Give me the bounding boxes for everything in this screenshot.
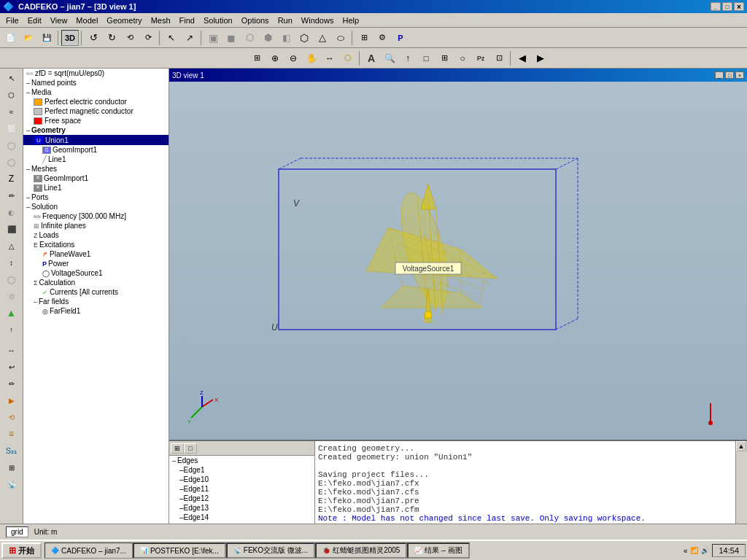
- taskbar-cadfeko[interactable]: 🔷 CADFEKO – jian7...: [44, 542, 133, 559]
- rect-tool[interactable]: □: [417, 50, 435, 66]
- menu-model[interactable]: Model: [71, 15, 102, 26]
- viewport[interactable]: 3D view 1 _ □ × V U: [169, 69, 747, 440]
- console-scroll-up[interactable]: ▲: [736, 441, 746, 451]
- menu-mesh[interactable]: Mesh: [147, 15, 175, 26]
- vtool-23[interactable]: S₂₁: [3, 443, 20, 459]
- lower-panel-btn2[interactable]: □: [184, 443, 197, 454]
- vtool-20[interactable]: ▶: [3, 392, 20, 408]
- tree-item-geomimport1-mesh[interactable]: ✕ GeomImport1: [23, 174, 169, 183]
- tree-item-line1-geom[interactable]: ╱ Line1: [23, 155, 169, 164]
- lens-button[interactable]: 🔍: [381, 50, 398, 66]
- vtool-2[interactable]: ⬡: [3, 87, 20, 103]
- lower-tree-edge13[interactable]: –Edge13: [169, 503, 314, 513]
- vtool-7[interactable]: Z: [3, 171, 20, 187]
- redo-button[interactable]: ↻: [103, 30, 120, 46]
- vtool-12[interactable]: ↕: [3, 254, 20, 271]
- taskbar-postfeko[interactable]: 📊 POSTFEKO [E:\fek...: [133, 542, 226, 559]
- vtool-19[interactable]: ✏: [3, 376, 20, 392]
- tree-item-geomimport1[interactable]: G GeomImport1: [23, 145, 169, 155]
- select-button[interactable]: ↖: [163, 30, 180, 46]
- tree-item-frequency[interactable]: ≈≈ Frequency [300.000 MHz]: [23, 211, 169, 221]
- vtool-6[interactable]: ◯: [3, 154, 20, 170]
- fwd-button[interactable]: ▶: [532, 50, 549, 66]
- tree-item-freespace[interactable]: Free space: [23, 116, 169, 125]
- tree-item-meshes[interactable]: – Meshes: [23, 164, 169, 174]
- zoom-out[interactable]: ⊖: [285, 50, 302, 66]
- menu-windows[interactable]: Windows: [297, 15, 338, 26]
- tree-item-loads[interactable]: Z Loads: [23, 230, 169, 240]
- 3d-view-button[interactable]: 3D: [61, 30, 79, 46]
- vtool-24[interactable]: ⊞: [3, 459, 20, 475]
- back-button[interactable]: ◀: [514, 50, 531, 66]
- tree-item-planewave1[interactable]: ↱ PlaneWave1: [23, 249, 169, 259]
- lower-tree-edge10[interactable]: –Edge10: [169, 475, 314, 484]
- tree-item-power[interactable]: P Power: [23, 259, 169, 268]
- taskbar-result[interactable]: 📈 结果 – 画图: [407, 542, 469, 559]
- rotate[interactable]: ↔: [321, 50, 338, 66]
- minimize-button[interactable]: _: [711, 2, 721, 11]
- restore-button[interactable]: □: [722, 2, 732, 11]
- tree-item-calculation[interactable]: Σ Calculation: [23, 278, 169, 287]
- start-button[interactable]: ⊞ 开始: [1, 542, 42, 559]
- new-button[interactable]: 📄: [1, 30, 19, 46]
- grid-button[interactable]: ⊞: [355, 30, 373, 46]
- lower-tree-edges[interactable]: – Edges: [169, 456, 314, 465]
- settings-button[interactable]: ⚙: [374, 30, 391, 46]
- lower-tree-edge12[interactable]: –Edge12: [169, 494, 314, 503]
- circle-tool[interactable]: ○: [454, 50, 471, 66]
- taskbar-feko[interactable]: 📡 FEKO交流版 微波...: [226, 542, 315, 559]
- menu-run[interactable]: Run: [274, 15, 297, 26]
- tree-item-pec[interactable]: Perfect electric conductor: [23, 97, 169, 106]
- mdi-max[interactable]: □: [725, 71, 734, 79]
- vtool-25[interactable]: 📡: [3, 476, 20, 492]
- vtool-8[interactable]: ✏: [3, 187, 20, 203]
- vtool-10[interactable]: ⬛: [3, 221, 20, 237]
- cube2-button[interactable]: ◼: [222, 30, 240, 46]
- vtool-11[interactable]: △: [3, 238, 20, 254]
- vtool-16[interactable]: ↑: [3, 322, 20, 338]
- wire-button[interactable]: ⬡: [339, 50, 357, 66]
- tree-item-infinite-planes[interactable]: ⊞ Infinite planes: [23, 221, 169, 230]
- vtool-17[interactable]: ↔: [3, 342, 20, 358]
- cyl-button[interactable]: ⬭: [332, 30, 349, 46]
- vtool-4[interactable]: ⬜: [3, 120, 20, 136]
- select2-button[interactable]: ↗: [181, 30, 198, 46]
- vtool-3[interactable]: ≈: [3, 104, 20, 120]
- menu-edit[interactable]: Edit: [23, 15, 46, 26]
- vtool-14[interactable]: ⊙: [3, 288, 20, 304]
- vtool-18[interactable]: ↩: [3, 359, 20, 375]
- lower-tree-edge1[interactable]: –Edge1: [169, 465, 314, 475]
- vtool-15[interactable]: ▲: [3, 305, 20, 321]
- cube3-button[interactable]: ⬡: [241, 30, 258, 46]
- vtool-22[interactable]: ≡: [3, 426, 20, 442]
- taskbar-dragonfly[interactable]: 🐞 红蜻蜓抓图精灵2005: [315, 542, 407, 559]
- more-button[interactable]: P: [392, 30, 409, 46]
- redo2-button[interactable]: ⟳: [139, 30, 157, 46]
- pan[interactable]: ✋: [303, 50, 320, 66]
- snap-tool[interactable]: ⊡: [490, 50, 508, 66]
- tree-scroll[interactable]: ≈≈ zfD = sqrt(muU/eps0) – Named points –…: [23, 69, 169, 548]
- zoom-in[interactable]: ⊕: [266, 50, 284, 66]
- menu-view[interactable]: View: [46, 15, 72, 26]
- tree-item-ports[interactable]: – Ports: [23, 192, 169, 202]
- vtool-13[interactable]: ◯: [3, 271, 20, 287]
- tree-item-excitations[interactable]: E Excitations: [23, 240, 169, 249]
- menu-help[interactable]: Help: [338, 15, 363, 26]
- menu-solution[interactable]: Solution: [199, 15, 237, 26]
- cone-button[interactable]: △: [314, 30, 331, 46]
- cube-button[interactable]: ▣: [204, 30, 222, 46]
- tree-item-line1-mesh[interactable]: ✕ Line1: [23, 183, 169, 192]
- coords-tool[interactable]: Pz: [472, 50, 489, 66]
- plane-button[interactable]: ◧: [277, 30, 295, 46]
- tree-item-named-points[interactable]: – Named points: [23, 78, 169, 88]
- tree-item-geometry[interactable]: – Geometry: [23, 125, 169, 135]
- tree-item-voltagesource1[interactable]: ◯ VoltageSource1: [23, 268, 169, 278]
- open-button[interactable]: 📂: [20, 30, 37, 46]
- undo-button[interactable]: ↺: [85, 30, 102, 46]
- save-button[interactable]: 💾: [38, 30, 55, 46]
- close-button[interactable]: ×: [734, 2, 744, 11]
- vtool-21[interactable]: ⟲: [3, 409, 20, 425]
- vtool-9[interactable]: ◐: [3, 204, 20, 220]
- cube4-button[interactable]: ⬢: [259, 30, 276, 46]
- tree-item-union1[interactable]: U Union1: [23, 135, 169, 145]
